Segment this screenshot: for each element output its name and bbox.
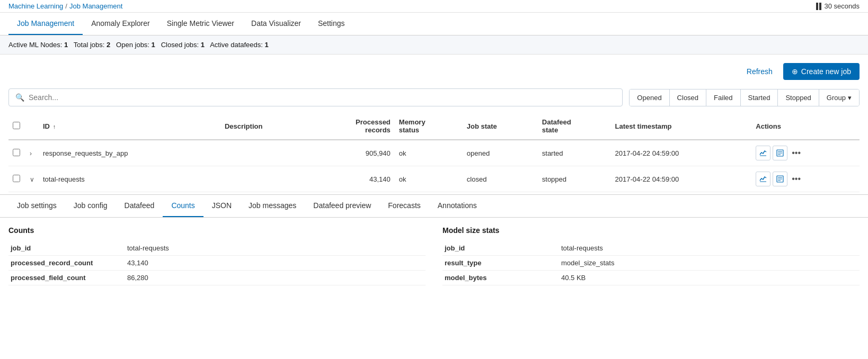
filter-opened[interactable]: Opened — [630, 89, 669, 106]
stats-active-nodes-value: 1 — [64, 41, 68, 49]
detail-content: Counts job_id total-requests processed_r… — [0, 218, 868, 294]
row-latest-timestamp: 2017-04-22 04:59:00 — [611, 140, 752, 166]
header-expand — [25, 113, 39, 140]
stats-active-datafeeds-label: Active datafeeds: — [210, 41, 264, 49]
row-id: response_requests_by_app — [39, 140, 220, 166]
model-row-model-bytes: model_bytes 40.5 KB — [442, 271, 860, 285]
row-datafeed-state: started — [538, 140, 611, 166]
filter-group[interactable]: Group ▾ — [819, 89, 859, 106]
header-select-all[interactable] — [8, 113, 25, 140]
model-value-result-type: model_size_stats — [559, 256, 860, 271]
counts-value-job-id: total-requests — [125, 241, 426, 256]
model-key-job-id: job_id — [442, 241, 559, 256]
timer-label: 30 seconds — [825, 2, 860, 10]
tab-single-metric-viewer[interactable]: Single Metric Viewer — [158, 13, 243, 35]
header-latest-timestamp: Latest timestamp — [611, 113, 752, 140]
search-box: 🔍 — [8, 88, 623, 106]
more-actions-button[interactable]: ••• — [790, 174, 803, 184]
detail-tab-annotations[interactable]: Annotations — [429, 195, 485, 217]
tab-data-visualizer[interactable]: Data Visualizer — [243, 13, 309, 35]
chevron-down-icon: ▾ — [848, 94, 852, 102]
breadcrumb-separator: / — [65, 2, 67, 10]
counts-key-processed-record: processed_record_count — [8, 256, 125, 271]
row-description — [220, 166, 311, 192]
anomaly-explorer-action[interactable] — [756, 146, 770, 160]
create-job-button[interactable]: ⊕ Create new job — [783, 63, 860, 80]
detail-tab-counts[interactable]: Counts — [163, 195, 203, 217]
stats-active-datafeeds-value: 1 — [265, 41, 269, 49]
timer: 30 seconds — [816, 2, 860, 10]
stats-total-jobs-label: Total jobs: — [74, 41, 107, 49]
filter-buttons: Opened Closed Failed Started Stopped Gro… — [629, 89, 860, 106]
sort-asc-icon: ↑ — [53, 123, 56, 130]
pause-icon — [816, 3, 821, 10]
row-latest-timestamp: 2017-04-22 04:59:00 — [611, 166, 752, 192]
table-row: ∨ total-requests 43,140 ok closed stoppe… — [8, 166, 860, 192]
search-icon: 🔍 — [15, 93, 24, 102]
model-size-stats-panel: Model size stats job_id total-requests r… — [442, 226, 860, 285]
counts-table: job_id total-requests processed_record_c… — [8, 241, 426, 285]
row-actions-cell: ••• — [751, 166, 860, 192]
row-expand-cell[interactable]: › — [25, 140, 39, 166]
detail-tab-datafeed-preview[interactable]: Datafeed preview — [305, 195, 379, 217]
model-key-model-bytes: model_bytes — [442, 271, 559, 285]
breadcrumb: Machine Learning / Job Management — [8, 2, 122, 10]
anomaly-explorer-action[interactable] — [756, 172, 770, 186]
single-metric-action[interactable] — [773, 172, 787, 186]
breadcrumb-page-link[interactable]: Job Management — [69, 2, 122, 10]
row-checkbox-cell[interactable] — [8, 166, 25, 192]
single-metric-action[interactable] — [773, 146, 787, 160]
detail-tab-job-config[interactable]: Job config — [65, 195, 116, 217]
header-processed-records: Processedrecords — [311, 113, 395, 140]
counts-key-job-id: job_id — [8, 241, 125, 256]
collapse-icon[interactable]: ∨ — [30, 176, 34, 183]
filter-stopped[interactable]: Stopped — [778, 89, 819, 106]
expand-icon[interactable]: › — [30, 150, 32, 157]
detail-tab-job-settings[interactable]: Job settings — [8, 195, 65, 217]
counts-key-processed-field: processed_field_count — [8, 271, 125, 285]
header-id[interactable]: ID ↑ — [39, 113, 220, 140]
create-job-label: Create new job — [801, 67, 851, 76]
counts-value-processed-field: 86,280 — [125, 271, 426, 285]
counts-title: Counts — [8, 226, 426, 235]
model-size-stats-title: Model size stats — [442, 226, 860, 235]
actions-bar: Refresh ⊕ Create new job — [0, 55, 868, 88]
tab-settings[interactable]: Settings — [309, 13, 353, 35]
detail-tab-job-messages[interactable]: Job messages — [240, 195, 305, 217]
model-value-job-id: total-requests — [559, 241, 860, 256]
filter-closed[interactable]: Closed — [670, 89, 706, 106]
counts-panel: Counts job_id total-requests processed_r… — [8, 226, 426, 285]
row-checkbox[interactable] — [13, 175, 20, 182]
table-row: › response_requests_by_app 905,940 ok op… — [8, 140, 860, 166]
row-description — [220, 140, 311, 166]
row-checkbox-cell[interactable] — [8, 140, 25, 166]
header-job-state: Job state — [463, 113, 538, 140]
row-memory-status: ok — [395, 140, 463, 166]
select-all-checkbox[interactable] — [13, 122, 20, 129]
breadcrumb-bar: Machine Learning / Job Management 30 sec… — [0, 0, 868, 13]
refresh-button[interactable]: Refresh — [740, 63, 779, 80]
tab-job-management[interactable]: Job Management — [8, 13, 83, 35]
model-value-model-bytes: 40.5 KB — [559, 271, 860, 285]
search-input[interactable] — [29, 93, 616, 102]
breadcrumb-app-link[interactable]: Machine Learning — [8, 2, 63, 10]
row-processed-records: 43,140 — [311, 166, 395, 192]
row-actions-cell: ••• — [751, 140, 860, 166]
detail-tab-json[interactable]: JSON — [203, 195, 240, 217]
row-datafeed-state: stopped — [538, 166, 611, 192]
header-description: Description — [220, 113, 311, 140]
filter-started[interactable]: Started — [741, 89, 778, 106]
more-actions-button[interactable]: ••• — [790, 148, 803, 158]
row-checkbox[interactable] — [13, 149, 20, 156]
counts-row-processed-record: processed_record_count 43,140 — [8, 256, 426, 271]
counts-value-processed-record: 43,140 — [125, 256, 426, 271]
tab-anomaly-explorer[interactable]: Anomaly Explorer — [83, 13, 158, 35]
row-expand-cell[interactable]: ∨ — [25, 166, 39, 192]
stats-active-nodes-label: Active ML Nodes: — [8, 41, 64, 49]
stats-open-jobs-label: Open jobs: — [116, 41, 152, 49]
filter-failed[interactable]: Failed — [706, 89, 740, 106]
counts-row-processed-field: processed_field_count 86,280 — [8, 271, 426, 285]
detail-tab-datafeed[interactable]: Datafeed — [116, 195, 163, 217]
row-job-state: opened — [463, 140, 538, 166]
detail-tab-forecasts[interactable]: Forecasts — [379, 195, 429, 217]
